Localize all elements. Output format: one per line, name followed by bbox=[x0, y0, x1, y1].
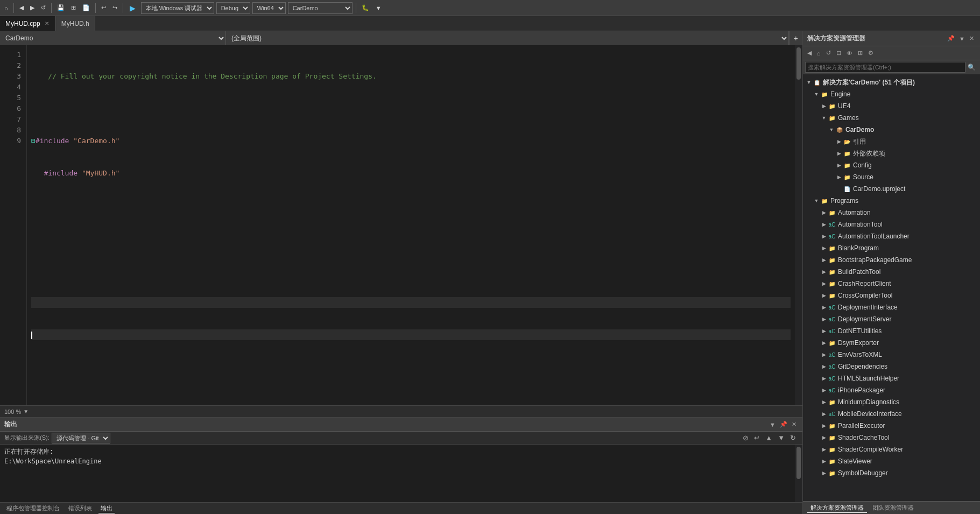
output-scroll-down-btn[interactable]: ▼ bbox=[775, 433, 787, 442]
save-all-button[interactable]: ⊞ bbox=[69, 3, 78, 12]
scope-select-dropdown[interactable]: (全局范围) bbox=[226, 31, 789, 45]
output-collapse-btn[interactable]: ▼ bbox=[768, 420, 777, 428]
solution-pin-btn[interactable]: 📌 bbox=[946, 34, 956, 43]
tree-item-engine[interactable]: ▼ 📁 Engine bbox=[803, 88, 980, 100]
code-editor[interactable]: // Fill out your copyright notice in the… bbox=[27, 45, 795, 405]
output-tab-package-manager[interactable]: 程序包管理器控制台 bbox=[4, 504, 62, 513]
output-tab-error-list[interactable]: 错误列表 bbox=[66, 504, 94, 513]
solution-search-button[interactable]: 🔍 bbox=[965, 62, 978, 72]
tree-item-symbol-debugger[interactable]: ▶ 📁 SymbolDebugger bbox=[803, 467, 980, 479]
tree-item-dsym[interactable]: ▶ 📁 DsymExporter bbox=[803, 337, 980, 349]
home-button[interactable]: ⌂ bbox=[2, 4, 10, 12]
tree-item-html5[interactable]: ▶ aC HTML5LaunchHelper bbox=[803, 372, 980, 384]
solution-footer-tab-team[interactable]: 团队资源管理器 bbox=[869, 503, 917, 512]
solution-collapse-btn[interactable]: ⊟ bbox=[834, 48, 843, 58]
tree-item-dotnet[interactable]: ▶ aC DotNETUtilities bbox=[803, 325, 980, 337]
deployment-server-arrow: ▶ bbox=[820, 315, 828, 323]
platform-dropdown[interactable]: Win64 bbox=[252, 2, 286, 14]
tree-item-automation[interactable]: ▶ 📁 Automation bbox=[803, 207, 980, 219]
redo-button[interactable]: ↪ bbox=[110, 3, 119, 12]
file-select-dropdown[interactable]: CarDemo bbox=[0, 31, 226, 45]
solution-header: 解决方案资源管理器 📌 ▼ ✕ bbox=[803, 31, 980, 46]
config-dropdown[interactable]: Debug bbox=[216, 2, 250, 14]
tree-item-shader-cache[interactable]: ▶ 📁 ShaderCacheTool bbox=[803, 432, 980, 443]
tree-item-automation-tool-launcher[interactable]: ▶ aC AutomationToolLauncher bbox=[803, 230, 980, 242]
tree-item-shader-compile[interactable]: ▶ 📁 ShaderCompileWorker bbox=[803, 443, 980, 455]
debug-target-dropdown[interactable]: 本地 Windows 调试器 bbox=[141, 2, 214, 14]
solution-footer-tab-explorer[interactable]: 解决方案资源管理器 bbox=[807, 503, 867, 513]
shader-compile-label: ShaderCompileWorker bbox=[838, 446, 903, 453]
solution-properties-btn[interactable]: ⚙ bbox=[866, 48, 876, 58]
solution-back-btn[interactable]: ◀ bbox=[805, 48, 814, 58]
tree-item-bootstrap[interactable]: ▶ 📁 BootstrapPackagedGame bbox=[803, 254, 980, 266]
undo-button[interactable]: ↩ bbox=[99, 3, 108, 12]
tab-myhud-cpp[interactable]: MyHUD.cpp ✕ bbox=[0, 16, 56, 31]
new-item-button[interactable]: 📄 bbox=[80, 3, 92, 12]
tree-item-source[interactable]: ▶ 📁 Source bbox=[803, 171, 980, 183]
solution-show-all-btn[interactable]: 👁 bbox=[844, 49, 855, 58]
programs-label: Programs bbox=[830, 197, 858, 205]
tree-item-git-deps[interactable]: ▶ aC GitDependencies bbox=[803, 361, 980, 372]
tree-item-external-deps[interactable]: ▶ 📁 外部依赖项 bbox=[803, 147, 980, 159]
output-tab-output[interactable]: 输出 bbox=[98, 504, 115, 513]
tree-item-automation-tool[interactable]: ▶ aC AutomationTool bbox=[803, 219, 980, 230]
shader-cache-label: ShaderCacheTool bbox=[838, 434, 889, 441]
more-button[interactable]: ▼ bbox=[373, 4, 384, 12]
tree-item-envvars[interactable]: ▶ aC EnvVarsToXML bbox=[803, 349, 980, 361]
output-header-buttons: ▼ 📌 ✕ bbox=[768, 420, 798, 428]
tree-item-cardemo[interactable]: ▼ 📦 CarDemo bbox=[803, 124, 980, 136]
tree-item-blank-program[interactable]: ▶ 📁 BlankProgram bbox=[803, 242, 980, 254]
output-scroll-up-btn[interactable]: ▲ bbox=[763, 433, 774, 442]
output-vertical-scrollbar[interactable] bbox=[795, 445, 802, 502]
tree-item-mobile-device[interactable]: ▶ aC MobileDeviceInterface bbox=[803, 408, 980, 420]
tab-myhud-h[interactable]: MyHUD.h bbox=[56, 16, 95, 31]
tree-item-iphone[interactable]: ▶ aC iPhonePackager bbox=[803, 384, 980, 396]
iphone-arrow: ▶ bbox=[820, 386, 828, 394]
build-patch-tool-icon: 📁 bbox=[828, 267, 836, 276]
refresh-button[interactable]: ↺ bbox=[39, 3, 48, 12]
zoom-dropdown-btn[interactable]: ▼ bbox=[23, 409, 29, 414]
tree-item-slate-viewer[interactable]: ▶ 📁 SlateViewer bbox=[803, 455, 980, 467]
output-wrap-btn[interactable]: ↵ bbox=[752, 433, 762, 442]
dsym-icon: 📁 bbox=[828, 339, 836, 347]
output-pin-btn[interactable]: 📌 bbox=[778, 420, 789, 428]
tree-item-config[interactable]: ▶ 📁 Config bbox=[803, 159, 980, 171]
output-source-select[interactable]: 源代码管理 - Git bbox=[52, 433, 110, 443]
tree-item-uproject[interactable]: ▶ 📄 CarDemo.uproject bbox=[803, 183, 980, 195]
output-sync-btn[interactable]: ↻ bbox=[788, 433, 798, 442]
forward-button[interactable]: ▶ bbox=[28, 3, 37, 12]
editor-vertical-scrollbar[interactable] bbox=[795, 45, 802, 405]
tree-item-minidump[interactable]: ▶ 📁 MinidumpDiagnostics bbox=[803, 396, 980, 408]
solution-filter-btn[interactable]: ⊞ bbox=[856, 48, 865, 58]
deployment-interface-label: DeploymentInterface bbox=[838, 304, 898, 311]
add-function-button[interactable]: + bbox=[789, 31, 802, 45]
tab-close-myhud-cpp[interactable]: ✕ bbox=[44, 20, 50, 27]
code-line-6 bbox=[31, 233, 791, 243]
solution-search-bar: 🔍 bbox=[803, 60, 980, 74]
cross-compiler-arrow: ▶ bbox=[820, 292, 828, 299]
debug-icon[interactable]: 🐛 bbox=[359, 3, 371, 12]
solution-search-input[interactable] bbox=[805, 62, 965, 73]
tree-item-deployment-server[interactable]: ▶ aC DeploymentServer bbox=[803, 313, 980, 325]
tree-item-deployment-interface[interactable]: ▶ aC DeploymentInterface bbox=[803, 301, 980, 313]
play-button[interactable]: ▶ bbox=[126, 3, 139, 13]
solution-refresh-btn[interactable]: ↺ bbox=[824, 48, 833, 58]
project-dropdown[interactable]: CarDemo bbox=[288, 2, 352, 14]
tree-item-games[interactable]: ▼ 📁 Games bbox=[803, 112, 980, 124]
tree-item-solution[interactable]: ▼ 📋 解决方案'CarDemo' (51 个项目) bbox=[803, 76, 980, 88]
tree-item-references[interactable]: ▶ 📂 引用 bbox=[803, 136, 980, 147]
solution-close-btn[interactable]: ✕ bbox=[968, 34, 976, 43]
solution-home-btn[interactable]: ⌂ bbox=[815, 49, 823, 58]
tree-item-cross-compiler[interactable]: ▶ 📁 CrossCompilerTool bbox=[803, 290, 980, 301]
tree-item-crash-report[interactable]: ▶ 📁 CrashReportClient bbox=[803, 278, 980, 290]
tree-item-parallel[interactable]: ▶ 📁 ParallelExecutor bbox=[803, 420, 980, 432]
output-close-btn[interactable]: ✕ bbox=[790, 420, 798, 428]
output-clear-btn[interactable]: ⊘ bbox=[741, 433, 751, 442]
symbol-debugger-icon: 📁 bbox=[828, 469, 836, 477]
save-button[interactable]: 💾 bbox=[55, 3, 67, 12]
tree-item-ue4[interactable]: ▶ 📁 UE4 bbox=[803, 100, 980, 112]
back-button[interactable]: ◀ bbox=[17, 3, 26, 12]
solution-dropdown-btn[interactable]: ▼ bbox=[957, 34, 967, 43]
tree-item-build-patch-tool[interactable]: ▶ 📁 BuildPatchTool bbox=[803, 266, 980, 278]
tree-item-programs[interactable]: ▼ 📁 Programs bbox=[803, 195, 980, 207]
